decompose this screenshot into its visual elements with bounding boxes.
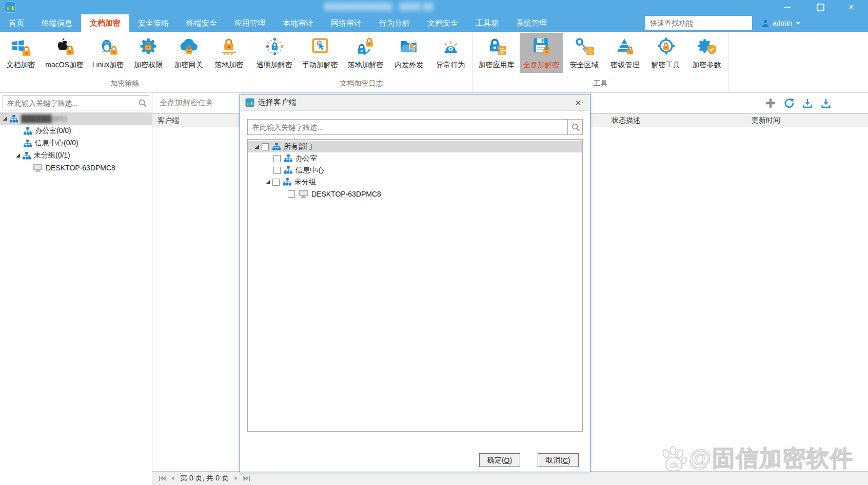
tab-system-management[interactable]: 系统管理 (507, 14, 556, 32)
tree-node-label: 所有部门 (284, 142, 312, 151)
ribbon-item-full-disk-encryption[interactable]: 全盘加解密 (520, 33, 563, 73)
tab-behavior-analysis[interactable]: 行为分析 (370, 14, 419, 32)
expand-collapse-icon[interactable] (255, 145, 259, 149)
expand-collapse-icon[interactable] (266, 180, 270, 184)
window-titlebar: █████████████ · ████ ██ × (0, 0, 868, 14)
ribbon-item-security-zone[interactable]: 安全区域 (565, 33, 604, 73)
checkbox-office[interactable] (273, 155, 281, 162)
department-icon (272, 143, 281, 150)
gear-shield-icon (695, 35, 718, 58)
tab-toolbox[interactable]: 工具箱 (467, 14, 507, 32)
ok-button[interactable]: 确定(O) (479, 453, 520, 467)
ribbon-item-landing-encryption-log[interactable]: 落地加解密 (344, 33, 387, 73)
import-icon[interactable] (821, 98, 831, 108)
maximize-icon (817, 4, 824, 11)
lock-ground-icon (218, 35, 240, 58)
ribbon-item-classification-management[interactable]: 密级管理 (605, 33, 644, 73)
tab-document-encryption[interactable]: 文档加密 (81, 14, 129, 32)
dialog-tree-node-all-departments[interactable]: 所有部门 (248, 141, 582, 152)
tree-node-info-center[interactable]: 信息中心(0/0) (0, 137, 152, 149)
ribbon-item-encryption-parameters[interactable]: 加密参数 (687, 33, 726, 73)
dialog-filter-input[interactable] (248, 120, 582, 134)
next-page-icon[interactable] (232, 475, 240, 481)
ribbon-group-label: 加密策略 (0, 78, 250, 92)
column-header-update-time[interactable]: 更新时间 (741, 114, 868, 127)
tree-filter-input[interactable] (3, 96, 149, 110)
ribbon-item-linux-encryption[interactable]: Linux加密 (89, 33, 128, 73)
ribbon-group-label: 文档加密日志 (250, 78, 472, 92)
tab-network-audit[interactable]: 网络审计 (322, 14, 370, 32)
close-button[interactable]: × (839, 0, 863, 14)
ribbon-item-transparent-encryption-log[interactable]: 透明加解密 (253, 33, 296, 73)
ribbon-item-macos-encryption[interactable]: macOS加密 (42, 33, 87, 73)
ribbon-item-encrypted-app-library[interactable]: 加密应用库 (475, 33, 518, 73)
tab-document-security[interactable]: 文档安全 (419, 14, 467, 32)
ribbon-group-tools: 加密应用库 全盘加解密 安全区域 密级管理 解密工具 加密参数 (473, 32, 728, 92)
orbit-lock-icon (263, 35, 286, 58)
department-icon (24, 127, 32, 135)
ribbon-item-encryption-permissions[interactable]: 加密权限 (129, 33, 168, 73)
select-client-dialog: 选择客户端 × 所有部门 办公室 信息中心 未分组 (240, 94, 590, 472)
cancel-button[interactable]: 取消(C) (538, 453, 579, 467)
tab-terminal-info[interactable]: 终端信息 (33, 14, 81, 32)
dialog-footer: 确定(O) 取消(C) (479, 453, 579, 467)
dialog-title: 选择客户端 (258, 98, 568, 107)
ribbon-item-landing-encryption[interactable]: 落地加密 (209, 33, 248, 73)
refresh-icon[interactable] (784, 98, 794, 108)
checkbox-all-departments[interactable] (262, 143, 269, 150)
key-cabinet-icon (573, 35, 596, 58)
ribbon-item-manual-encryption-log[interactable]: 手动加解密 (299, 33, 342, 73)
tree-node-office[interactable]: 办公室(0/0) (0, 125, 152, 137)
dialog-close-button[interactable]: × (571, 96, 585, 109)
maximize-button[interactable] (808, 0, 832, 14)
folder-send-icon (398, 35, 420, 58)
siren-alarm-icon (439, 35, 462, 58)
tab-terminal-security[interactable]: 终端安全 (177, 14, 226, 32)
tree-node-ungrouped[interactable]: 未分组(0/1) (0, 149, 152, 162)
quick-search-input[interactable] (645, 16, 752, 30)
target-lock-icon (655, 35, 677, 58)
tab-home[interactable]: 首页 (0, 14, 33, 32)
expand-collapse-icon[interactable] (16, 153, 20, 158)
ribbon-item-decryption-tool[interactable]: 解密工具 (646, 33, 685, 73)
tree-node-label: 办公室(0/0) (35, 126, 71, 135)
last-page-icon[interactable] (243, 475, 250, 481)
minimize-button[interactable] (776, 0, 799, 14)
checkbox-info-center[interactable] (273, 167, 281, 174)
checkbox-desktop-63dpmc8[interactable] (288, 190, 295, 198)
computer-icon (299, 190, 308, 198)
export-icon[interactable] (802, 98, 813, 108)
app-window: { "titlebar": { "blurred_title": "██████… (0, 0, 868, 485)
ribbon-group-encryption-logs: 透明加解密 手动加解密 落地加解密 内发外发 异常行为 文档加密日志 (250, 32, 473, 92)
ribbon-item-encryption-gateway[interactable]: 加密网关 (169, 33, 208, 73)
dialog-tree-node-info-center[interactable]: 信息中心 (248, 164, 582, 176)
ribbon-item-document-encryption[interactable]: 文档加密 (2, 33, 41, 73)
first-page-icon[interactable] (159, 475, 166, 481)
tree-node-root[interactable]: ██████(0/1) (0, 112, 152, 125)
tab-local-audit[interactable]: 本地审计 (274, 14, 322, 32)
dialog-tree-node-office[interactable]: 办公室 (248, 152, 582, 164)
penguin-lock-icon (97, 35, 120, 58)
tab-app-management[interactable]: 应用管理 (226, 14, 274, 32)
tree-node-label: 信息中心(0/0) (35, 139, 78, 148)
tab-security-policy[interactable]: 安全策略 (129, 14, 177, 32)
dialog-tree-node-desktop-63dpmc8[interactable]: DESKTOP-63DPMC8 (248, 188, 582, 200)
ribbon-group-label: 工具 (473, 78, 728, 92)
column-header-status[interactable]: 状态描述 (601, 114, 741, 127)
tree-node-desktop-63dpmc8[interactable]: DESKTOP-63DPMC8 (0, 162, 152, 174)
add-task-icon[interactable] (765, 98, 776, 108)
checkbox-ungrouped[interactable] (272, 179, 280, 186)
dialog-tree-node-ungrouped[interactable]: 未分组 (248, 176, 582, 188)
search-icon[interactable] (138, 99, 147, 107)
previous-page-icon[interactable] (169, 475, 176, 481)
expand-collapse-icon[interactable] (3, 117, 7, 121)
gear-lock-icon (137, 35, 160, 58)
dialog-search-button[interactable] (567, 120, 582, 134)
tree-node-label: 办公室 (295, 154, 317, 163)
task-toolbar (601, 93, 868, 113)
user-menu[interactable]: admin (761, 14, 800, 32)
department-icon (10, 115, 18, 123)
ribbon-item-abnormal-behavior[interactable]: 异常行为 (431, 33, 470, 73)
dialog-client-tree: 所有部门 办公室 信息中心 未分组 DESKTOP-63DPMC8 (247, 139, 583, 432)
ribbon-item-internal-external-send[interactable]: 内发外发 (389, 33, 428, 73)
